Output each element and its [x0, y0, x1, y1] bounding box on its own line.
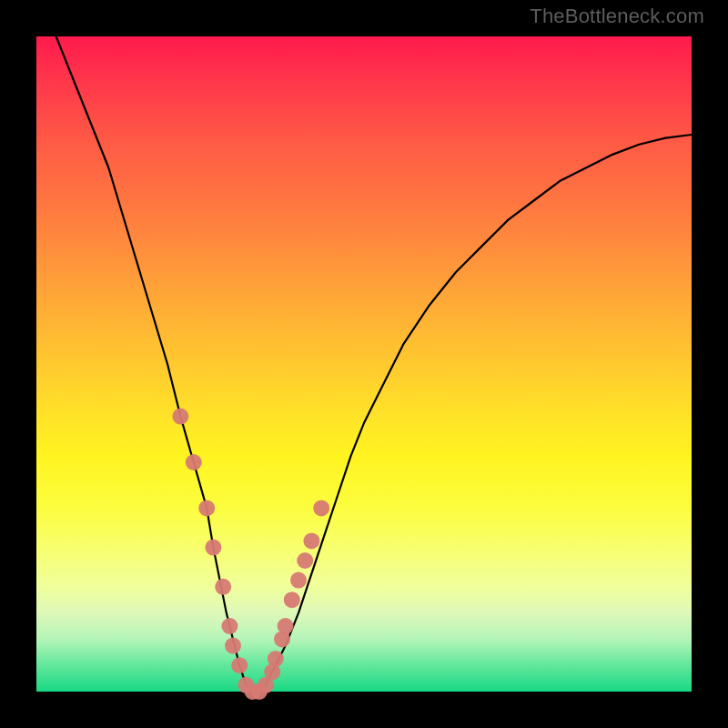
- svg-point-4: [215, 579, 231, 595]
- svg-point-6: [225, 638, 241, 654]
- chart-frame: TheBottleneck.com: [0, 0, 728, 728]
- chart-overlay: [36, 36, 692, 692]
- svg-point-13: [268, 651, 284, 667]
- highlight-markers: [172, 409, 329, 700]
- svg-point-1: [186, 454, 202, 470]
- bottleneck-curve: [56, 36, 692, 692]
- svg-point-0: [172, 409, 188, 425]
- svg-point-5: [221, 618, 238, 634]
- svg-point-3: [205, 540, 221, 556]
- svg-point-2: [198, 500, 215, 516]
- svg-point-20: [313, 500, 329, 516]
- svg-point-19: [303, 532, 319, 549]
- svg-point-15: [278, 618, 294, 634]
- svg-point-18: [297, 552, 313, 569]
- svg-point-17: [290, 572, 307, 589]
- watermark-text: TheBottleneck.com: [530, 5, 704, 28]
- svg-point-16: [284, 592, 300, 608]
- svg-point-7: [231, 657, 248, 673]
